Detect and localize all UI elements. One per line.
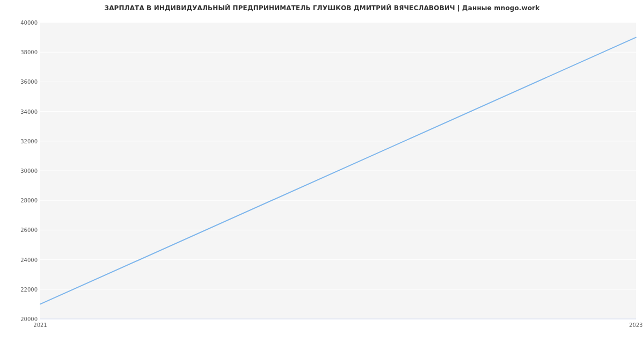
chart-title: ЗАРПЛАТА В ИНДИВИДУАЛЬНЫЙ ПРЕДПРИНИМАТЕЛ… xyxy=(0,4,644,12)
y-tick-label: 22000 xyxy=(5,286,38,292)
x-tick-label: 2023 xyxy=(629,322,642,328)
y-tick-label: 32000 xyxy=(5,138,38,144)
x-tick-label: 2021 xyxy=(33,322,47,328)
y-tick-label: 28000 xyxy=(5,198,38,203)
y-tick-label: 24000 xyxy=(5,257,38,263)
plot-area xyxy=(40,23,636,319)
y-tick-label: 26000 xyxy=(5,227,38,233)
y-tick-label: 36000 xyxy=(5,79,38,85)
y-tick-label: 30000 xyxy=(5,168,38,174)
plot-svg xyxy=(40,23,636,319)
chart-container: ЗАРПЛАТА В ИНДИВИДУАЛЬНЫЙ ПРЕДПРИНИМАТЕЛ… xyxy=(0,0,644,349)
y-tick-label: 38000 xyxy=(5,49,38,55)
y-tick-label: 34000 xyxy=(5,108,38,114)
y-tick-label: 40000 xyxy=(5,20,38,26)
y-tick-label: 20000 xyxy=(5,316,38,322)
